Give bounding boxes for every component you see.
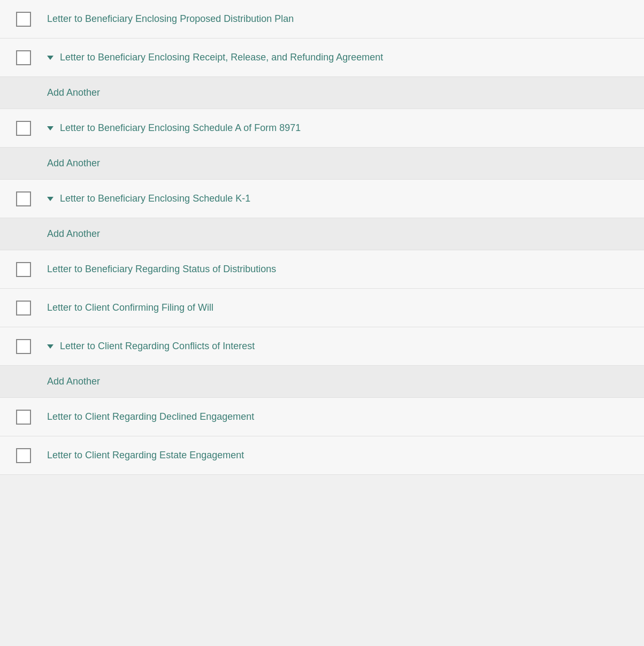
item-label-8: Letter to Client Regarding Declined Enga…: [47, 411, 628, 422]
add-another-row-2: Add Another: [0, 148, 644, 180]
item-label-9: Letter to Client Regarding Estate Engage…: [47, 450, 628, 461]
add-another-button-1[interactable]: Add Another: [47, 87, 100, 98]
checkbox-item-9[interactable]: [16, 448, 31, 463]
checkbox-item-2[interactable]: [16, 50, 31, 65]
list-item: Letter to Beneficiary Enclosing Schedule…: [0, 180, 644, 218]
item-label-container-3: Letter to Beneficiary Enclosing Schedule…: [47, 122, 628, 134]
item-label-container-4: Letter to Beneficiary Enclosing Schedule…: [47, 193, 628, 204]
add-another-button-2[interactable]: Add Another: [47, 158, 100, 169]
checkbox-item-8[interactable]: [16, 410, 31, 425]
list-item: Letter to Client Regarding Declined Enga…: [0, 398, 644, 436]
item-label-1: Letter to Beneficiary Enclosing Proposed…: [47, 13, 628, 25]
checkbox-item-5[interactable]: [16, 262, 31, 277]
checkbox-item-3[interactable]: [16, 121, 31, 136]
add-another-button-3[interactable]: Add Another: [47, 228, 100, 240]
item-label-5: Letter to Beneficiary Regarding Status o…: [47, 264, 628, 275]
dropdown-arrow-icon[interactable]: [47, 126, 53, 130]
item-label-2: Letter to Beneficiary Enclosing Receipt,…: [60, 52, 383, 63]
checkbox-item-4[interactable]: [16, 191, 31, 206]
item-label-3: Letter to Beneficiary Enclosing Schedule…: [60, 122, 301, 134]
checkbox-item-1[interactable]: [16, 12, 31, 27]
dropdown-arrow-icon[interactable]: [47, 197, 53, 201]
list-item: Letter to Client Regarding Conflicts of …: [0, 327, 644, 366]
item-label-7: Letter to Client Regarding Conflicts of …: [60, 341, 255, 352]
checkbox-item-6[interactable]: [16, 301, 31, 316]
list-item: Letter to Beneficiary Enclosing Proposed…: [0, 0, 644, 39]
list-item: Letter to Beneficiary Regarding Status o…: [0, 250, 644, 289]
add-another-row-4: Add Another: [0, 366, 644, 398]
checkbox-item-7[interactable]: [16, 339, 31, 354]
item-label-4: Letter to Beneficiary Enclosing Schedule…: [60, 193, 250, 204]
add-another-row-1: Add Another: [0, 77, 644, 109]
dropdown-arrow-icon[interactable]: [47, 344, 53, 349]
list-item: Letter to Client Regarding Estate Engage…: [0, 436, 644, 475]
add-another-button-4[interactable]: Add Another: [47, 376, 100, 387]
list-item: Letter to Client Confirming Filing of Wi…: [0, 289, 644, 327]
list-item: Letter to Beneficiary Enclosing Schedule…: [0, 109, 644, 148]
dropdown-arrow-icon[interactable]: [47, 56, 53, 60]
add-another-row-3: Add Another: [0, 218, 644, 250]
document-list: Letter to Beneficiary Enclosing Proposed…: [0, 0, 644, 475]
item-label-container-7: Letter to Client Regarding Conflicts of …: [47, 341, 628, 352]
item-label-6: Letter to Client Confirming Filing of Wi…: [47, 302, 628, 313]
item-label-container-2: Letter to Beneficiary Enclosing Receipt,…: [47, 52, 628, 63]
list-item: Letter to Beneficiary Enclosing Receipt,…: [0, 39, 644, 77]
